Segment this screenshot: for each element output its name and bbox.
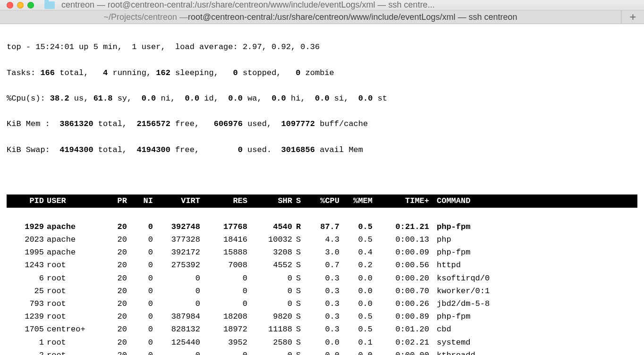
- cell-res: 0: [200, 272, 247, 285]
- cell-pr: 20: [103, 220, 127, 233]
- col-pid: PID: [7, 194, 47, 207]
- cell-mem: 0.0: [339, 297, 373, 310]
- cell-user: apache: [47, 220, 103, 233]
- folder-icon: [44, 1, 55, 9]
- cell-pr: 20: [103, 310, 127, 323]
- cell-time: 0:00.13: [373, 233, 434, 246]
- cell-shr: 0: [247, 297, 292, 310]
- cell-pid: 1705: [7, 323, 47, 336]
- cell-user: root: [47, 336, 103, 349]
- cell-cpu: 0.0: [306, 349, 339, 355]
- cell-mem: 0.1: [339, 336, 373, 349]
- cell-shr: 11188: [247, 323, 292, 336]
- cell-pr: 20: [103, 297, 127, 310]
- cell-mem: 0.5: [339, 220, 373, 233]
- cell-virt: 125440: [153, 336, 200, 349]
- cell-ni: 0: [127, 272, 153, 285]
- cell-pr: 20: [103, 246, 127, 259]
- titlebar: centreon — root@centreon-central:/usr/sh…: [0, 0, 644, 10]
- cell-pr: 20: [103, 323, 127, 336]
- new-tab-button[interactable]: +: [621, 10, 644, 24]
- close-icon[interactable]: [7, 2, 13, 8]
- col-user: USER: [47, 194, 103, 207]
- top-summary-cpu: %Cpu(s): 38.2 us, 61.8 sy, 0.0 ni, 0.0 i…: [7, 92, 637, 105]
- cell-mem: 0.2: [339, 259, 373, 271]
- cell-cpu: 0.0: [306, 336, 339, 349]
- cell-user: centreo+: [47, 323, 103, 336]
- cell-virt: 392172: [153, 246, 200, 259]
- blank-line: [7, 169, 637, 182]
- cell-pid: 2: [7, 349, 47, 355]
- cell-res: 18208: [200, 310, 247, 323]
- cell-res: 17768: [200, 220, 247, 233]
- col-shr: SHR: [247, 194, 292, 207]
- col-time: TIME+: [373, 194, 434, 207]
- cell-cmd: ksoftirqd/0: [434, 272, 637, 285]
- cell-ni: 0: [127, 323, 153, 336]
- cell-user: root: [47, 272, 103, 285]
- cell-pid: 1: [7, 336, 47, 349]
- cell-shr: 0: [247, 349, 292, 355]
- process-row: 6root200000S0.30.00:00.20ksoftirqd/0: [7, 272, 637, 285]
- cell-pid: 1995: [7, 246, 47, 259]
- terminal-output[interactable]: top - 15:24:01 up 5 min, 1 user, load av…: [0, 24, 644, 355]
- terminal-window: centreon — root@centreon-central:/usr/sh…: [0, 0, 644, 355]
- cell-s: S: [292, 246, 306, 259]
- traffic-lights: [7, 2, 34, 8]
- process-row: 25root200000S0.30.00:00.70kworker/0:1: [7, 285, 637, 297]
- top-summary-swap: KiB Swap: 4194300 total, 4194300 free, 0…: [7, 144, 637, 156]
- minimize-icon[interactable]: [17, 2, 24, 8]
- cell-pr: 20: [103, 259, 127, 271]
- cell-virt: 387984: [153, 310, 200, 323]
- col-mem: %MEM: [339, 194, 373, 207]
- cell-cmd: systemd: [434, 336, 637, 349]
- col-res: RES: [200, 194, 247, 207]
- cell-pid: 1243: [7, 259, 47, 271]
- process-list: 1929apache200392748177684540R87.70.50:21…: [7, 220, 637, 355]
- cell-cmd: httpd: [434, 259, 637, 271]
- cell-res: 18416: [200, 233, 247, 246]
- cell-s: S: [292, 297, 306, 310]
- cell-shr: 10032: [247, 233, 292, 246]
- cell-cmd: php-fpm: [434, 310, 637, 323]
- process-row: 1929apache200392748177684540R87.70.50:21…: [7, 220, 637, 233]
- tab-path-prefix: ~/Projects/centreon —: [103, 12, 188, 22]
- cell-shr: 0: [247, 272, 292, 285]
- col-cmd: COMMAND: [434, 194, 637, 207]
- top-summary-uptime: top - 15:24:01 up 5 min, 1 user, load av…: [7, 41, 637, 53]
- cell-shr: 2580: [247, 336, 292, 349]
- cell-virt: 377328: [153, 233, 200, 246]
- col-ni: NI: [127, 194, 153, 207]
- cell-cmd: php-fpm: [434, 220, 637, 233]
- cell-shr: 0: [247, 285, 292, 297]
- cell-cpu: 0.3: [306, 285, 339, 297]
- cell-s: S: [292, 285, 306, 297]
- cell-s: R: [292, 220, 306, 233]
- cell-ni: 0: [127, 349, 153, 355]
- cell-s: S: [292, 272, 306, 285]
- cell-s: S: [292, 310, 306, 323]
- process-row: 1root20012544039522580S0.00.10:02.21syst…: [7, 336, 637, 349]
- col-cpu: %CPU: [306, 194, 339, 207]
- cell-user: apache: [47, 246, 103, 259]
- cell-cpu: 0.3: [306, 272, 339, 285]
- tab-active[interactable]: ~/Projects/centreon — root@centreon-cent…: [0, 10, 621, 24]
- cell-mem: 0.5: [339, 233, 373, 246]
- cell-time: 0:00.89: [373, 310, 434, 323]
- cell-cmd: php-fpm: [434, 246, 637, 259]
- cell-ni: 0: [127, 259, 153, 271]
- cell-res: 0: [200, 285, 247, 297]
- cell-cpu: 0.3: [306, 310, 339, 323]
- process-row: 1995apache200392172158883208S3.00.40:00.…: [7, 246, 637, 259]
- cell-user: root: [47, 310, 103, 323]
- cell-virt: 828132: [153, 323, 200, 336]
- col-s: S: [292, 194, 306, 207]
- process-header-row: PID USER PR NI VIRT RES SHR S %CPU %MEM …: [7, 194, 637, 207]
- cell-cmd: kworker/0:1: [434, 285, 637, 297]
- process-row: 2root200000S0.00.00:00.00kthreadd: [7, 349, 637, 355]
- cell-res: 18972: [200, 323, 247, 336]
- col-pr: PR: [103, 194, 127, 207]
- cell-pid: 793: [7, 297, 47, 310]
- process-row: 2023apache2003773281841610032S4.30.50:00…: [7, 233, 637, 246]
- zoom-icon[interactable]: [27, 2, 34, 8]
